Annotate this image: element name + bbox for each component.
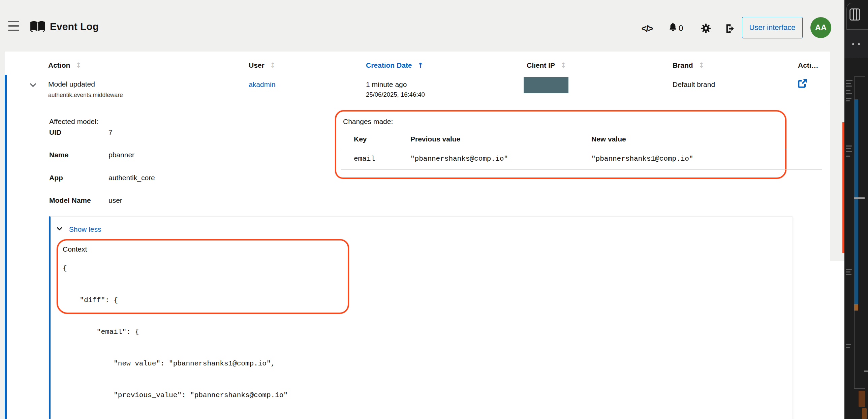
masthead: Event Log </> 0 [0,0,868,51]
minimap-gray-tick [854,197,865,199]
event-user-link[interactable]: akadmin [249,80,275,89]
table-row: Model updated authentik.events.middlewar… [7,75,830,104]
chevron-down-icon [56,228,64,233]
content-panel-lower-extension [830,261,844,419]
minimap-right-tick [864,370,868,372]
context-json-line: "email": { [63,327,288,337]
layout-columns-icon[interactable] [849,8,860,22]
changes-row-previous: "pbannershanks@comp.io" [410,155,508,163]
event-created-absolute: 25/06/2025, 16:46:40 [366,91,425,98]
field-label: Name [49,151,68,159]
column-header-user[interactable]: User ↕ [249,61,276,70]
show-less-toggle[interactable]: Show less [56,224,103,235]
sort-ascending-icon[interactable]: ↑ [417,61,424,70]
changes-col-new: New value [591,135,626,143]
event-log-page: Event Log </> 0 [0,0,868,419]
field-label: Model Name [49,196,91,205]
changes-divider [341,169,822,170]
sort-icon[interactable]: ↕ [270,61,276,69]
column-header-creation-date[interactable]: Creation Date ↑ [366,61,424,70]
field-value: authentik_core [108,173,155,182]
book-logo-icon [30,19,46,36]
row-collapse-toggle[interactable] [28,80,38,91]
event-created-relative: 1 minute ago [366,80,407,89]
annotation-box-changes [335,110,786,179]
more-options-icon[interactable] [852,40,861,43]
minimap-scroll-thumb[interactable] [854,99,858,304]
sign-out-button[interactable] [724,23,737,35]
context-json-line: "new_value": "pbannershanks1@comp.io", [63,358,288,369]
open-event-button[interactable] [796,77,809,90]
show-less-label: Show less [69,225,101,233]
row-divider [7,104,830,104]
column-header-action[interactable]: Action ↕ [48,61,82,70]
menu-toggle-button[interactable] [8,21,19,31]
bell-icon [668,30,678,35]
sort-icon[interactable]: ↕ [699,61,705,69]
field-label: UID [49,128,61,137]
column-header-brand[interactable]: Brand ↕ [673,61,704,70]
context-json-line: { [63,263,288,273]
changes-divider [341,149,822,149]
changes-col-key: Key [354,135,367,143]
user-interface-button[interactable]: User interface [742,17,803,38]
client-ip-redaction-box [524,77,568,93]
side-tool-strip [844,0,868,419]
api-docs-button[interactable]: </> [638,22,656,35]
event-brand: Default brand [673,80,715,89]
sign-out-icon [724,30,736,35]
context-json-line: "diff": { [63,295,288,305]
field-value: user [108,196,122,205]
affected-model-label: Affected model: [49,117,98,126]
avatar[interactable]: AA [810,17,831,38]
event-action-subtitle: authentik.events.middleware [48,91,123,99]
changes-made-title: Changes made: [343,117,393,126]
field-value: 7 [108,128,113,137]
gear-icon [700,30,712,35]
sort-icon[interactable]: ↕ [75,61,82,69]
column-header-actions: Acti… [798,61,818,70]
settings-button[interactable] [700,22,712,35]
page-title: Event Log [50,20,99,33]
minimap-bottom-blob [862,408,867,419]
field-label: App [49,173,63,182]
tool-strip-dotted-section [844,30,868,58]
field-value: pbanner [108,151,134,159]
changes-row-key: email [354,155,375,163]
notifications-button[interactable] [667,22,679,35]
column-header-client-ip[interactable]: Client IP ↕ [527,61,566,70]
hamburger-icon [8,21,19,31]
minimap-brown-cap [854,304,858,311]
code-brackets-icon: </> [641,24,652,34]
event-action-title: Model updated [48,80,95,89]
chevron-down-icon [29,86,37,91]
changes-row-new: "pbannershanks1@comp.io" [591,155,693,163]
sort-icon[interactable]: ↕ [560,61,566,69]
expanded-row-indicator [5,75,7,419]
context-json: { "diff": { "email": { "new_value": "pba… [63,253,288,419]
context-json-line: "previous_value": "pbannershanks@comp.io… [63,390,288,400]
share-square-icon [797,85,808,90]
changes-col-previous: Previous value [410,135,460,143]
notification-count: 0 [679,23,683,34]
minimap-bottom-blob [859,391,865,407]
